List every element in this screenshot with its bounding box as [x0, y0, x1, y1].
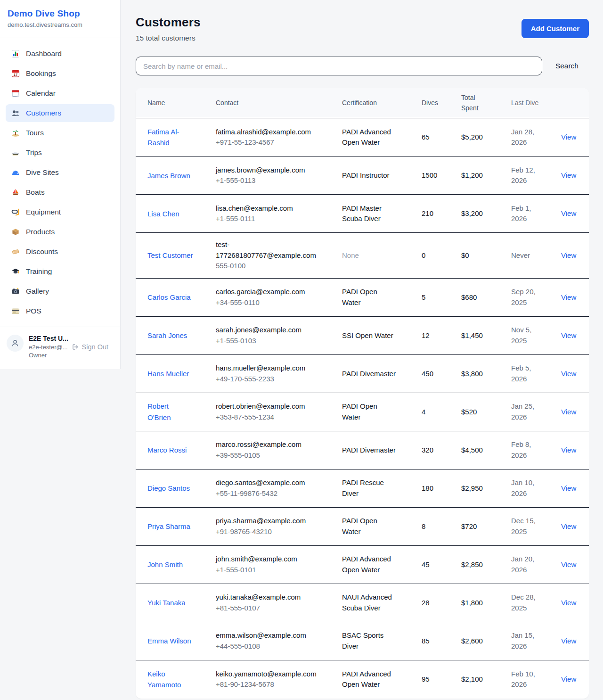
customer-dives: 95 [422, 667, 461, 692]
dashboard-icon [11, 49, 20, 58]
sidebar-item-label: Discounts [26, 247, 58, 256]
customer-phone: +91-98765-43210 [216, 527, 311, 537]
sidebar-item-gallery[interactable]: Gallery [6, 282, 114, 300]
table-row: John Smith john.smith@example.com +1-555… [136, 546, 589, 584]
view-link[interactable]: View [561, 331, 576, 339]
sidebar-item-calendar[interactable]: Calendar [6, 84, 114, 102]
customer-name-link[interactable]: Hans Mueller [147, 370, 189, 378]
sidebar-item-equipment[interactable]: Equipment [6, 203, 114, 221]
view-link[interactable]: View [561, 171, 576, 179]
view-link[interactable]: View [561, 293, 576, 301]
sidebar-item-label: Bookings [26, 69, 56, 78]
search-button[interactable]: Search [542, 58, 589, 74]
sidebar-item-label: POS [26, 307, 41, 315]
add-customer-button[interactable]: Add Customer [522, 19, 589, 38]
view-link[interactable]: View [561, 209, 576, 217]
customer-name-link[interactable]: Keiko Yamamoto [147, 670, 181, 689]
column-header-dives: Dives [422, 93, 461, 113]
customer-email: priya.sharma@example.com [216, 516, 311, 527]
customer-dives: 5 [422, 286, 461, 310]
sidebar-item-pos[interactable]: POS [6, 302, 114, 320]
sidebar-item-bookings[interactable]: 17 Bookings [6, 65, 114, 82]
customer-email: sarah.jones@example.com [216, 325, 311, 336]
customer-certification: BSAC Sports Diver [342, 631, 383, 650]
equipment-icon [11, 208, 20, 216]
customer-last-dive: Nov 5, 2025 [511, 318, 561, 353]
customer-certification: PADI Advanced Open Water [342, 555, 391, 574]
customer-last-dive: Feb 1, 2026 [511, 197, 561, 231]
customer-dives: 4 [422, 400, 461, 424]
customer-total-spent: $2,100 [461, 667, 511, 692]
customer-certification: NAUI Advanced Scuba Diver [342, 593, 392, 612]
customer-name-link[interactable]: James Brown [147, 172, 190, 180]
user-block: E2E Test U... e2e-tester@... Sign Out Ow… [0, 327, 120, 369]
customer-phone: +353-87-555-1234 [216, 412, 311, 423]
gallery-icon [11, 287, 20, 296]
table-row: Priya Sharma priya.sharma@example.com +9… [136, 508, 589, 546]
customer-dives: 12 [422, 324, 461, 348]
view-link[interactable]: View [561, 522, 576, 530]
view-link[interactable]: View [561, 560, 576, 568]
table-row: Diego Santos diego.santos@example.com +5… [136, 469, 589, 508]
customer-name-link[interactable]: Priya Sharma [147, 522, 190, 530]
customer-last-dive: Jan 25, 2026 [511, 395, 561, 429]
customer-dives: 85 [422, 629, 461, 653]
customer-total-spent: $0 [461, 244, 511, 268]
customer-total-spent: $1,800 [461, 591, 511, 615]
customer-name-link[interactable]: Test Customer [147, 251, 193, 259]
customer-total-spent: $680 [461, 286, 511, 310]
view-link[interactable]: View [561, 599, 576, 607]
search-input[interactable] [136, 57, 542, 75]
customer-dives: 28 [422, 591, 461, 615]
customer-certification: PADI Open Water [342, 517, 377, 535]
customer-total-spent: $3,200 [461, 202, 511, 226]
customer-total-spent: $520 [461, 400, 511, 424]
sidebar-item-label: Customers [26, 109, 61, 117]
bookings-icon: 17 [11, 69, 20, 78]
customer-dives: 210 [422, 202, 461, 226]
sign-out-button[interactable]: Sign Out [72, 343, 108, 351]
view-link[interactable]: View [561, 484, 576, 492]
customer-name-link[interactable]: Carlos Garcia [147, 293, 191, 301]
customer-email: keiko.yamamoto@example.com [216, 669, 311, 680]
customer-name-link[interactable]: Robert O'Brien [147, 402, 171, 421]
customers-table: Name Contact Certification Dives Total S… [136, 88, 589, 699]
avatar [7, 335, 24, 352]
view-link[interactable]: View [561, 408, 576, 416]
customer-phone: 555-0100 [216, 261, 311, 272]
customer-email: diego.santos@example.com [216, 478, 311, 488]
sidebar-item-customers[interactable]: Customers [6, 104, 114, 122]
page: Demo Dive Shop demo.test.divestreams.com… [0, 0, 603, 700]
sidebar-item-dashboard[interactable]: Dashboard [6, 45, 114, 63]
customer-dives: 0 [422, 244, 461, 268]
table-row: Hans Mueller hans.mueller@example.com +4… [136, 355, 589, 393]
customer-name-link[interactable]: Sarah Jones [147, 331, 187, 339]
customer-last-dive: Dec 15, 2025 [511, 509, 561, 544]
view-link[interactable]: View [561, 370, 576, 378]
view-link[interactable]: View [561, 675, 576, 683]
sidebar-item-label: Gallery [26, 287, 49, 296]
sidebar-item-discounts[interactable]: Discounts [6, 243, 114, 261]
table-row: Yuki Tanaka yuki.tanaka@example.com +81-… [136, 584, 589, 622]
customer-phone: +1-555-0111 [216, 214, 311, 224]
sidebar-item-dive-sites[interactable]: Dive Sites [6, 164, 114, 181]
customer-name-link[interactable]: Diego Santos [147, 484, 190, 492]
customer-name-link[interactable]: Marco Rossi [147, 446, 187, 454]
view-link[interactable]: View [561, 446, 576, 454]
customer-name-link[interactable]: John Smith [147, 560, 183, 568]
view-link[interactable]: View [561, 251, 576, 259]
view-link[interactable]: View [561, 637, 576, 645]
sidebar-item-label: Dashboard [26, 49, 62, 58]
view-link[interactable]: View [561, 133, 576, 141]
customer-name-link[interactable]: Emma Wilson [147, 637, 191, 645]
customer-name-link[interactable]: Yuki Tanaka [147, 599, 186, 607]
sidebar-item-tours[interactable]: Tours [6, 124, 114, 142]
sidebar-item-trips[interactable]: Trips [6, 144, 114, 162]
sidebar-item-boats[interactable]: Boats [6, 183, 114, 201]
customer-name-link[interactable]: Lisa Chen [147, 210, 179, 218]
sidebar-item-training[interactable]: Training [6, 263, 114, 280]
customer-name-link[interactable]: Fatima Al-Rashid [147, 128, 179, 147]
table-row: James Brown james.brown@example.com +1-5… [136, 156, 589, 195]
sidebar-item-products[interactable]: Products [6, 223, 114, 241]
pos-icon [11, 307, 20, 315]
